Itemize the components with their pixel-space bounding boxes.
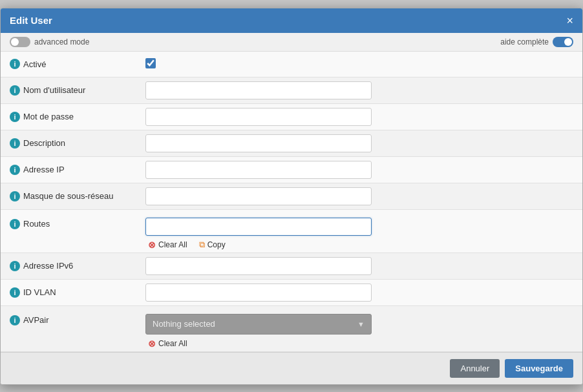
username-row: i Nom d'utilisateur xyxy=(1,77,582,104)
description-label-cell: i Description xyxy=(1,133,136,154)
modal-body: i Activé i Nom d'utilisateur i Mot de pa… xyxy=(1,52,582,352)
advanced-mode-toggle[interactable]: advanced mode xyxy=(10,37,89,47)
ipv6-label: Adresse IPv6 xyxy=(23,261,73,271)
ipv6-info-icon: i xyxy=(10,261,20,271)
avpair-row: i AVPair Nothing selected ▼ ⊗ Clear All xyxy=(1,306,582,352)
vlan-id-info-icon: i xyxy=(10,287,20,298)
active-info-icon: i xyxy=(10,59,20,69)
description-row: i Description xyxy=(1,130,582,157)
password-row: i Mot de passe xyxy=(1,104,582,130)
ipv6-input-cell xyxy=(136,253,582,279)
description-input-cell xyxy=(136,130,582,156)
password-input-cell xyxy=(136,104,582,130)
avpair-info-icon: i xyxy=(10,315,20,325)
password-label-cell: i Mot de passe xyxy=(1,107,136,127)
routes-copy-icon: ⧉ xyxy=(199,240,205,250)
modal-title: Edit User xyxy=(10,15,52,26)
subnet-mask-input-cell xyxy=(136,183,582,209)
avpair-label-cell: i AVPair xyxy=(1,310,136,331)
ipv6-label-cell: i Adresse IPv6 xyxy=(1,256,136,276)
password-info-icon: i xyxy=(10,112,20,122)
subnet-mask-label-cell: i Masque de sous-réseau xyxy=(1,186,136,207)
active-label: Activé xyxy=(23,59,46,69)
routes-clear-label: Clear All xyxy=(158,240,187,249)
ip-address-info-icon: i xyxy=(10,165,20,175)
description-info-icon: i xyxy=(10,138,20,149)
description-input[interactable] xyxy=(145,134,372,152)
avpair-clear-button[interactable]: ⊗ Clear All xyxy=(145,337,190,350)
close-button[interactable]: × xyxy=(566,15,573,26)
modal-header: Edit User × xyxy=(1,8,582,33)
routes-row: i Routes ⊗ Clear All ⧉ Copy xyxy=(1,210,582,253)
vlan-id-row: i ID VLAN xyxy=(1,280,582,306)
ip-address-row: i Adresse IP xyxy=(1,157,582,183)
vlan-id-label: ID VLAN xyxy=(23,287,56,297)
active-row: i Activé xyxy=(1,52,582,77)
routes-clear-button[interactable]: ⊗ Clear All xyxy=(145,238,190,251)
password-label: Mot de passe xyxy=(23,112,74,121)
avpair-label: AVPair xyxy=(23,315,49,325)
routes-label-cell: i Routes xyxy=(1,214,136,234)
ip-address-input[interactable] xyxy=(145,161,372,179)
routes-clear-icon: ⊗ xyxy=(148,240,156,250)
ip-address-input-cell xyxy=(136,157,582,183)
annuler-button[interactable]: Annuler xyxy=(450,359,500,378)
avpair-clear-icon: ⊗ xyxy=(148,338,156,349)
avpair-clear-label: Clear All xyxy=(158,339,187,348)
subnet-mask-label: Masque de sous-réseau xyxy=(23,191,113,201)
aide-complete-label: aide complète xyxy=(500,37,549,46)
modal-footer: Annuler Sauvegarde xyxy=(1,352,582,384)
aide-complete-toggle-switch[interactable] xyxy=(553,37,573,47)
avpair-dropdown-arrow-icon: ▼ xyxy=(357,320,365,328)
vlan-id-input[interactable] xyxy=(145,284,372,302)
subnet-mask-info-icon: i xyxy=(10,191,20,201)
username-label: Nom d'utilisateur xyxy=(23,85,85,95)
routes-input[interactable] xyxy=(145,218,372,236)
routes-label: Routes xyxy=(23,219,50,229)
aide-complete-toggle[interactable]: aide complète xyxy=(500,37,573,47)
ip-address-label: Adresse IP xyxy=(23,165,65,174)
ip-address-label-cell: i Adresse IP xyxy=(1,160,136,180)
ipv6-row: i Adresse IPv6 xyxy=(1,253,582,280)
username-input[interactable] xyxy=(145,81,372,99)
active-input-cell xyxy=(136,54,582,74)
vlan-id-input-cell xyxy=(136,280,582,305)
username-info-icon: i xyxy=(10,85,20,96)
subnet-mask-row: i Masque de sous-réseau xyxy=(1,183,582,210)
routes-copy-button[interactable]: ⧉ Copy xyxy=(196,238,228,251)
description-label: Description xyxy=(23,138,65,148)
active-checkbox[interactable] xyxy=(145,58,156,68)
routes-btn-row: ⊗ Clear All ⧉ Copy xyxy=(145,238,573,251)
subnet-mask-input[interactable] xyxy=(145,187,372,205)
username-label-cell: i Nom d'utilisateur xyxy=(1,80,136,101)
active-label-cell: i Activé xyxy=(1,54,136,74)
password-input[interactable] xyxy=(145,108,372,126)
avpair-dropdown[interactable]: Nothing selected ▼ xyxy=(145,314,372,335)
avpair-dropdown-value: Nothing selected xyxy=(153,319,215,329)
username-input-cell xyxy=(136,77,582,103)
routes-input-cell: ⊗ Clear All ⧉ Copy xyxy=(136,214,582,253)
avpair-btn-row: ⊗ Clear All xyxy=(145,337,573,350)
advanced-mode-toggle-switch[interactable] xyxy=(10,37,30,47)
routes-copy-label: Copy xyxy=(207,240,226,249)
modal-topbar: advanced mode aide complète xyxy=(1,33,582,52)
advanced-mode-label: advanced mode xyxy=(34,37,89,46)
routes-info-icon: i xyxy=(10,219,20,229)
vlan-id-label-cell: i ID VLAN xyxy=(1,282,136,303)
avpair-input-cell: Nothing selected ▼ ⊗ Clear All xyxy=(136,310,582,351)
sauvegarde-button[interactable]: Sauvegarde xyxy=(505,359,573,378)
ipv6-input[interactable] xyxy=(145,257,372,275)
edit-user-modal: Edit User × advanced mode aide complète … xyxy=(0,8,583,385)
